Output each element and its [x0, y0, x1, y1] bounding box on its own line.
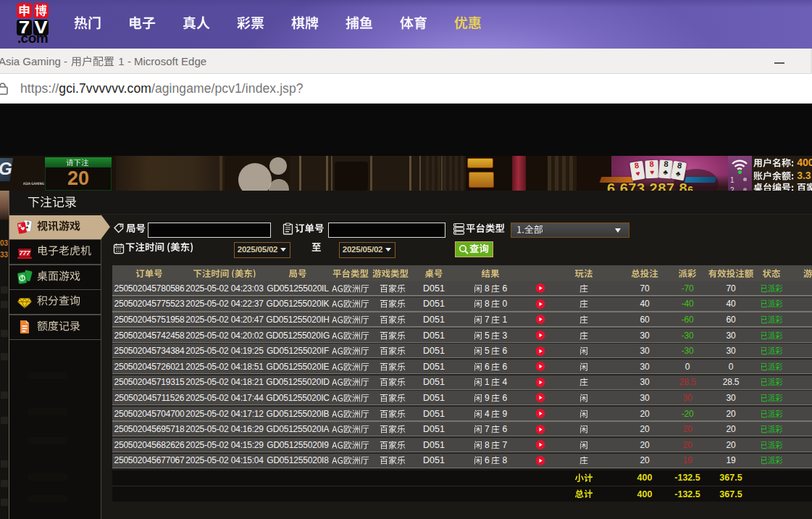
svg-text:777: 777: [19, 249, 30, 256]
